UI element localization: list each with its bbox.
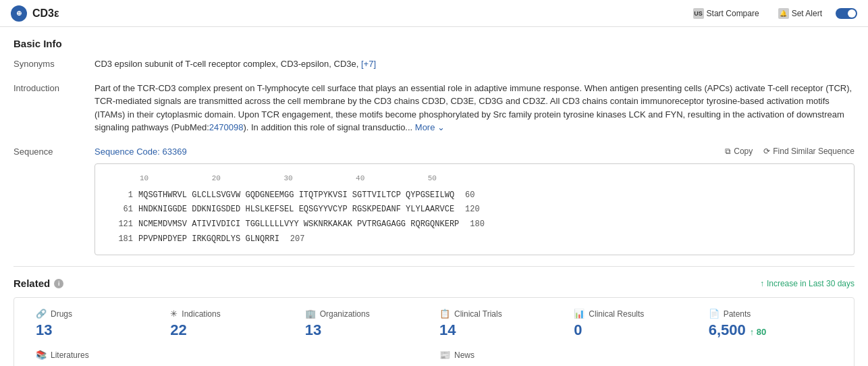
introduction-row: Introduction Part of the TCR-CD3 complex… <box>13 82 855 134</box>
seq-line-3: 121 NCMEMDVMSV ATIVIVDICI TGGLLLLLVYY WS… <box>106 217 843 232</box>
literatures-icon: 📚 <box>36 350 47 360</box>
news-count: 7 <box>439 363 832 366</box>
organizations-icon: 🏢 <box>305 309 316 319</box>
indications-icon: ✳ <box>170 309 178 319</box>
news-label: News <box>454 350 474 360</box>
stat-indications: ✳ Indications 22 <box>165 309 299 339</box>
sequence-box: 10 20 30 40 50 1 MQSGTHWRVL GLCLLSVGVW G… <box>94 163 855 255</box>
toggle-knob <box>848 9 856 18</box>
page-title: CD3ε <box>32 7 59 20</box>
introduction-label: Introduction <box>13 82 94 93</box>
stats-row-1: 🔗 Drugs 13 ✳ Indications 22 🏢 Organizati… <box>30 309 838 339</box>
similar-icon: ⟳ <box>763 145 770 157</box>
clinical-results-count: 0 <box>574 321 697 339</box>
synonyms-row: Synonyms CD3 epsilon subunit of T-cell r… <box>13 57 855 71</box>
sequence-code-link[interactable]: Sequence Code: 63369 <box>94 145 187 159</box>
stat-news: 📰 News 7 <box>434 350 838 366</box>
seq-line-4: 181 PPVPNPDYEP IRKGQRDLYS GLNQRRI 207 <box>106 232 843 247</box>
app-logo-icon: ⊕ <box>11 5 27 22</box>
main-content: Basic Info Synonyms CD3 epsilon subunit … <box>0 27 868 366</box>
sequence-row: Sequence Sequence Code: 63369 ⧉ Copy ⟳ F… <box>13 145 855 256</box>
seq-line-2: 61 HNDKNIGGDE DDKNIGSDED HLSLKEFSEL EQSG… <box>106 203 843 217</box>
more-link[interactable]: More ⌄ <box>415 122 445 132</box>
compare-icon: US <box>693 8 704 19</box>
stat-clinical-results: 📊 Clinical Results 0 <box>568 309 703 339</box>
clinical-results-label: Clinical Results <box>589 309 644 319</box>
section-divider <box>13 266 855 267</box>
organizations-label: Organizations <box>320 309 370 319</box>
news-icon: 📰 <box>439 350 450 360</box>
sequence-label: Sequence <box>13 145 94 157</box>
related-info-icon[interactable]: i <box>54 279 63 288</box>
sequence-ruler: 10 20 30 40 50 <box>140 172 437 186</box>
header-right: US Start Compare 🔔 Set Alert <box>688 5 857 22</box>
increase-arrow-icon: ↑ <box>760 279 764 288</box>
stat-organizations: 🏢 Organizations 13 <box>300 309 434 339</box>
literatures-count: 1,487 <box>36 363 429 366</box>
synonyms-more-link[interactable]: [+7] <box>361 59 376 69</box>
seq-line-1: 1 MQSGTHWRVL GLCLLSVGVW GQDGNEEMGG ITQTP… <box>106 188 843 203</box>
drugs-icon: 🔗 <box>36 309 47 319</box>
related-title-text: Related <box>13 278 50 289</box>
indications-count: 22 <box>170 321 294 339</box>
header: ⊕ CD3ε US Start Compare 🔔 Set Alert <box>0 0 868 27</box>
synonyms-label: Synonyms <box>13 57 94 69</box>
literatures-label: Literatures <box>51 350 89 360</box>
stat-patents: 📄 Patents 6,500 ↑ 80 <box>703 309 838 339</box>
stat-clinical-trials: 📋 Clinical Trials 14 <box>434 309 568 339</box>
sequence-actions: ⧉ Copy ⟳ Find Similar Sequence <box>725 145 855 157</box>
indications-label: Indications <box>182 309 220 319</box>
header-left: ⊕ CD3ε <box>11 5 59 22</box>
stat-drugs: 🔗 Drugs 13 <box>30 309 165 339</box>
copy-button[interactable]: ⧉ Copy <box>725 145 753 157</box>
patents-label: Patents <box>724 309 751 319</box>
pubmed-link[interactable]: 2470098 <box>209 122 244 132</box>
organizations-count: 13 <box>305 321 429 339</box>
start-compare-button[interactable]: US Start Compare <box>688 5 765 22</box>
stats-row-2: 📚 Literatures 1,487 📰 News 7 <box>30 350 838 366</box>
clinical-results-icon: 📊 <box>574 309 585 319</box>
clinical-trials-icon: 📋 <box>439 309 450 319</box>
related-title-group: Related i <box>13 278 63 289</box>
increase-label: ↑ Increase in Last 30 days <box>760 279 855 288</box>
sequence-header: Sequence Code: 63369 ⧉ Copy ⟳ Find Simil… <box>94 145 855 159</box>
introduction-value: Part of the TCR-CD3 complex present on T… <box>94 82 855 134</box>
clinical-trials-count: 14 <box>439 321 563 339</box>
patents-count: 6,500 ↑ 80 <box>709 321 832 339</box>
basic-info-title: Basic Info <box>13 38 855 49</box>
stat-literatures: 📚 Literatures 1,487 <box>30 350 434 366</box>
alert-icon: 🔔 <box>778 8 789 19</box>
set-alert-button[interactable]: 🔔 Set Alert <box>773 5 828 22</box>
patents-badge: ↑ 80 <box>750 327 767 337</box>
find-similar-button[interactable]: ⟳ Find Similar Sequence <box>763 145 855 157</box>
related-header: Related i ↑ Increase in Last 30 days <box>13 278 855 289</box>
drugs-label: Drugs <box>51 309 72 319</box>
toggle-switch[interactable] <box>836 8 857 19</box>
patents-icon: 📄 <box>709 309 720 319</box>
sequence-value: Sequence Code: 63369 ⧉ Copy ⟳ Find Simil… <box>94 145 855 256</box>
copy-icon: ⧉ <box>725 145 731 157</box>
drugs-count: 13 <box>36 321 159 339</box>
clinical-trials-label: Clinical Trials <box>454 309 502 319</box>
related-area: 🔗 Drugs 13 ✳ Indications 22 🏢 Organizati… <box>13 297 855 366</box>
synonyms-value: CD3 epsilon subunit of T-cell receptor c… <box>94 57 855 71</box>
